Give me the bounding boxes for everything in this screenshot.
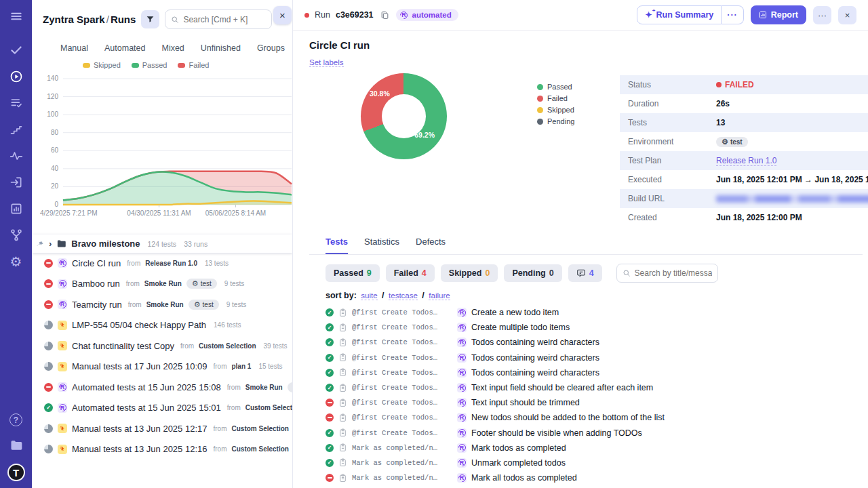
tab-defects[interactable]: Defects — [416, 237, 446, 254]
filter-pill-failed[interactable]: Failed4 — [386, 264, 435, 282]
set-labels-link[interactable]: Set labels — [309, 58, 344, 67]
test-list-item[interactable]: @first Create Todos…RNew todos should be… — [326, 410, 846, 425]
test-list-item[interactable]: @first Create Todos…RTodos containing we… — [326, 335, 846, 350]
steps-icon[interactable] — [8, 121, 24, 138]
app-logo[interactable]: T — [7, 464, 25, 481]
tests-search[interactable] — [616, 264, 718, 283]
test-list-item[interactable]: @first Create Todos…RFooter should be vi… — [326, 426, 846, 441]
check-icon[interactable] — [8, 42, 24, 58]
run-title: Automated tests at 15 Jun 2025 15:08 — [72, 382, 221, 392]
run-summary-split-button: ✦+ Run Summary ··· — [637, 5, 743, 24]
automated-run-icon: R — [457, 383, 467, 392]
bar-chart-icon[interactable] — [8, 201, 24, 217]
run-list-item[interactable]: Manual tests at 13 Jun 2025 12:17fromCus… — [32, 418, 292, 439]
runs-search-input[interactable] — [183, 15, 266, 24]
test-list-item[interactable]: @first Create Todos…RCreate multiple tod… — [326, 320, 846, 335]
tab-groups[interactable]: Groups — [257, 43, 285, 53]
build-url-redacted[interactable] — [716, 195, 868, 203]
finished-status-icon — [44, 321, 53, 329]
run-title: LMP-554 05/04 check Happy Path — [72, 320, 206, 330]
svg-text:05/06/2025 8:14 AM: 05/06/2025 8:14 AM — [205, 209, 267, 217]
comments-filter-pill[interactable]: 4 — [568, 264, 602, 282]
filter-pill-pending[interactable]: Pending0 — [504, 264, 561, 282]
svg-text:4/29/2025 7:21 PM: 4/29/2025 7:21 PM — [40, 209, 98, 217]
test-list-item[interactable]: @first Create Todos…RTodos containing we… — [326, 365, 846, 380]
tab-automated[interactable]: Automated — [104, 43, 145, 53]
detail-tabs: TestsStatisticsDefects — [309, 227, 863, 255]
test-list-item[interactable]: @first Create Todos…RText input should b… — [326, 395, 846, 410]
app-sidebar: ⚙ ?T — [0, 0, 32, 488]
tests-search-input[interactable] — [635, 268, 712, 278]
run-list-item[interactable]: LMP-554 05/04 check Happy Path146 tests — [32, 315, 292, 336]
close-panel-button[interactable]: × — [273, 6, 292, 24]
run-tests-count: 146 tests — [214, 321, 241, 329]
filter-pill-passed[interactable]: Passed9 — [326, 264, 380, 282]
breadcrumb-project[interactable]: Zyntra Spark — [43, 14, 105, 25]
run-tests-count: 9 tests — [224, 280, 244, 287]
tab-mixed[interactable]: Mixed — [161, 43, 184, 53]
filter-pill-skipped[interactable]: Skipped0 — [441, 264, 498, 282]
runs-panel-header: Zyntra Spark/Runs — [32, 0, 292, 35]
run-list-item[interactable]: Manual tests at 17 Jun 2025 10:09frompla… — [32, 357, 292, 378]
manual-run-icon — [58, 362, 67, 371]
play-circle-icon[interactable] — [8, 68, 24, 85]
test-title: Unmark completed todos — [471, 458, 566, 468]
clipboard-icon-wrap — [338, 474, 347, 483]
tab-tests[interactable]: Tests — [326, 237, 348, 254]
test-list-item[interactable]: @first Create Todos…RTodos containing we… — [326, 350, 846, 365]
filter-button[interactable] — [141, 10, 159, 28]
automated-run-icon: R — [58, 382, 67, 392]
test-list-item[interactable]: @first Create Todos…RCreate a new todo i… — [326, 305, 846, 320]
tab-statistics[interactable]: Statistics — [364, 237, 399, 254]
run-list-item[interactable]: RAutomated tests at 15 Jun 2025 15:01fro… — [32, 398, 292, 419]
close-detail-button[interactable]: × — [838, 6, 856, 24]
test-list-item[interactable]: @first Create Todos…RText input field sh… — [326, 380, 846, 395]
more-options-button[interactable]: ··· — [813, 6, 831, 24]
menu-icon[interactable] — [8, 8, 24, 24]
run-summary-more-button[interactable]: ··· — [722, 5, 744, 24]
sort-by-testcase[interactable]: testcase — [389, 291, 418, 300]
run-list-item[interactable]: RAutomated tests at 15 Jun 2025 15:08fro… — [32, 377, 292, 398]
run-actions: ✦+ Run Summary ··· Report ··· × — [637, 5, 856, 24]
run-list-item[interactable]: RTeamcity runfromSmoke Run⚙test9 tests — [32, 294, 292, 315]
environment-badge: ⚙test — [716, 137, 748, 147]
list-check-icon[interactable] — [8, 95, 24, 111]
run-from-label: from — [180, 342, 194, 350]
failed-status-icon — [44, 259, 53, 268]
run-summary-button[interactable]: ✦+ Run Summary — [637, 5, 722, 24]
automated-run-icon: R — [457, 353, 467, 363]
run-title: Bamboo run — [72, 279, 120, 289]
sign-in-icon[interactable] — [8, 174, 24, 190]
test-list-item[interactable]: Mark as completed/n…RUnmark completed to… — [326, 455, 846, 470]
test-plan-link[interactable]: Release Run 1.0 — [716, 156, 776, 166]
finished-status-icon — [44, 342, 53, 350]
sort-by-failure[interactable]: failure — [429, 291, 450, 300]
run-list-item[interactable]: Chat functinality test CopyfromCustom Se… — [32, 336, 292, 357]
filter-count: 4 — [589, 268, 594, 278]
runs-search[interactable] — [165, 9, 272, 29]
run-list-item[interactable]: RCircle CI runfromRelease Run 1.013 test… — [32, 253, 292, 274]
legend-item-skipped: Skipped — [83, 61, 121, 69]
failed-status-icon — [44, 300, 53, 309]
run-title: Circle CI run — [309, 39, 863, 51]
tab-manual[interactable]: Manual — [60, 43, 88, 53]
milestone-row[interactable]: › Bravo milestone 124 tests 33 runs — [32, 235, 292, 253]
git-branch-icon[interactable] — [8, 227, 24, 243]
activity-icon[interactable] — [8, 148, 24, 164]
copy-run-id-button[interactable] — [379, 9, 391, 21]
chevron-right-icon[interactable]: › — [49, 239, 52, 249]
sort-by-suite[interactable]: suite — [361, 291, 377, 300]
filter-label: Passed — [334, 268, 363, 278]
test-suite-path: @first Create Todos… — [352, 369, 452, 377]
test-list-item[interactable]: Mark as completed/n…RMark todos as compl… — [326, 441, 846, 455]
clipboard-icon-wrap — [338, 384, 347, 392]
run-list-item[interactable]: Manual tests at 13 Jun 2025 12:16fromCus… — [32, 439, 292, 460]
help-icon[interactable]: ? — [9, 413, 22, 426]
tab-unfinished[interactable]: Unfinished — [201, 43, 241, 53]
gear-icon[interactable]: ⚙ — [8, 253, 24, 270]
test-list-item[interactable]: Mark as completed/n…RMark all todos as c… — [326, 470, 846, 485]
clipboard-icon — [338, 384, 347, 392]
folder-icon[interactable] — [8, 437, 24, 453]
report-button[interactable]: Report — [751, 5, 806, 24]
run-list-item[interactable]: RBamboo runfromSmoke Run⚙test9 tests — [32, 274, 292, 295]
